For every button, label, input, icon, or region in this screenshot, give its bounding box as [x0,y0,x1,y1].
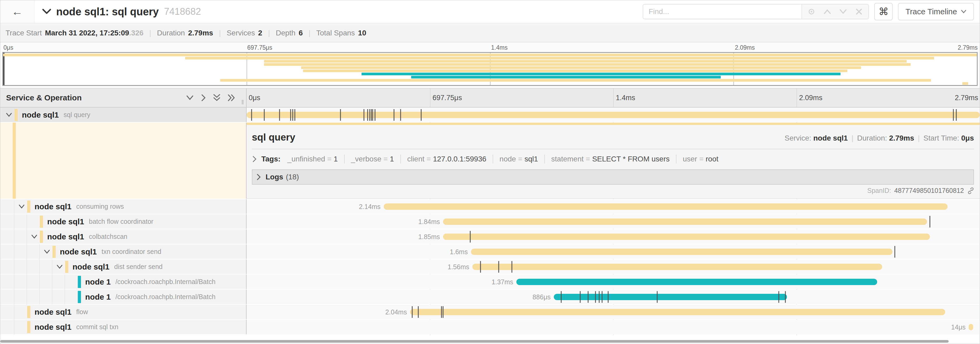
span-row[interactable]: node sql1commit sql txn14μs [0,320,980,334]
span-row[interactable]: node 1/cockroach.roachpb.Internal/Batch1… [0,275,980,289]
span-name-cell[interactable]: node sql1dist sender send [0,259,247,274]
horizontal-scrollbar[interactable] [0,340,949,343]
span-bar-cell[interactable]: 1.37ms [247,275,980,289]
next-result-icon[interactable] [836,6,850,18]
span-name-cell[interactable]: node 1/cockroach.roachpb.Internal/Batch [0,275,247,289]
collapse-one-icon[interactable] [186,95,194,101]
span-bar-cell[interactable] [247,107,980,122]
span-row[interactable]: node sql1flow2.04ms [0,305,980,319]
tag-equals: = [518,155,522,163]
column-resize-handle[interactable]: ‖ [241,99,245,106]
trace-id: 7418682 [164,6,201,17]
operation-name: colbatchscan [89,233,127,240]
expander-chevron-icon[interactable] [43,250,51,254]
chevron-right-icon [257,174,261,181]
expander-chevron-icon[interactable] [18,204,25,209]
clear-find-icon[interactable] [852,6,866,18]
span-duration-bar[interactable] [554,294,787,300]
span-duration-bar[interactable] [516,279,877,285]
operation-name: sql query [64,111,90,118]
expander-chevron-icon[interactable] [56,264,64,269]
minimap-time-label: 697.75μs [246,44,272,51]
tag-value: SELECT * FROM users [592,155,670,163]
command-icon: ⌘ [878,6,888,18]
timeline-ruler: 0μs697.75μs1.4ms2.09ms2.79ms [247,88,980,107]
span-name-cell[interactable]: node sql1batch flow coordinator [0,214,247,229]
service-name: node 1 [85,293,111,301]
span-duration-bar[interactable] [473,264,882,270]
log-tick-mark [953,109,954,121]
tag-key: statement [551,155,584,163]
span-duration-bar[interactable] [443,234,930,240]
log-tick-mark [785,291,786,303]
span-row[interactable]: node sql1batch flow coordinator1.84ms [0,214,980,229]
span-bar-cell[interactable]: 2.04ms [247,305,980,319]
minimap-span-bar [220,79,931,82]
span-duration-bar[interactable] [969,324,973,330]
span-bar-cell[interactable]: 886μs [247,290,980,304]
prev-result-icon[interactable] [821,6,834,18]
span-row[interactable]: node sql1consuming rows2.14ms [0,199,980,214]
minimap-span-bar [3,54,977,56]
tag-item: statement=SELECT * FROM users [551,155,670,163]
expand-all-icon[interactable] [228,94,235,102]
span-row[interactable]: node sql1colbatchscan1.85ms [0,229,980,244]
minimap-left-scrubber[interactable] [3,53,5,85]
span-bar-cell[interactable]: 1.85ms [247,229,980,244]
span-name-cell[interactable]: node sql1txn coordinator send [0,245,247,259]
tag-separator [544,155,545,163]
service-color-chip [14,109,18,121]
span-bar-cell[interactable]: 1.84ms [247,214,980,229]
indent-guide [65,290,65,305]
summary-label: Trace Start [6,29,42,37]
span-row[interactable]: node sql1dist sender send1.56ms [0,259,980,274]
span-duration-bar[interactable] [410,309,945,315]
span-duration-bar[interactable] [443,219,927,225]
span-duration-bar[interactable] [471,249,893,255]
span-row[interactable]: node sql1txn coordinator send1.6ms [0,245,980,259]
span-row[interactable]: node sql1sql query [0,107,980,122]
timeline-minimap[interactable] [2,52,978,86]
title-chevron-down-icon[interactable] [42,8,51,15]
minimap-time-label: 2.79ms [958,44,978,51]
span-bar-cell[interactable]: 14μs [247,320,980,334]
span-name-cell[interactable]: node sql1sql query [0,107,247,122]
deep-link-icon[interactable] [967,187,974,194]
span-name-cell[interactable]: node 1/cockroach.roachpb.Internal/Batch [0,290,247,304]
expander-chevron-icon[interactable] [5,112,13,117]
tags-toggle[interactable]: Tags: _unfinished=1_verbose=1client=127.… [247,149,980,163]
span-name-cell[interactable]: node sql1flow [0,305,247,319]
tag-value: 1 [334,155,338,163]
span-bar-cell[interactable]: 2.14ms [247,199,980,214]
expand-one-icon[interactable] [201,94,206,102]
span-name-cell[interactable]: node sql1colbatchscan [0,229,247,244]
expander-chevron-icon[interactable] [30,234,38,239]
service-name: node sql1 [22,110,59,119]
span-bar-cell[interactable]: 1.56ms [247,259,980,274]
log-tick-mark [778,291,779,303]
log-tick-mark [441,306,442,318]
span-duration-label: 1.37ms [492,278,513,286]
log-tick-mark [894,246,895,258]
tag-value: sql1 [525,155,538,163]
trace-timeline-dropdown[interactable]: Trace Timeline [898,3,974,20]
back-button[interactable]: ← [0,0,35,23]
chevron-down-icon [961,10,967,14]
span-name-cell[interactable]: node sql1commit sql txn [0,320,247,334]
collapse-all-icon[interactable] [213,94,221,102]
span-bar-cell[interactable]: 1.6ms [247,245,980,259]
log-tick-mark [372,109,373,121]
minimap-span-bar [264,63,910,66]
locate-icon[interactable] [805,6,818,18]
span-duration-bar[interactable] [384,203,948,210]
span-duration-bar[interactable] [247,112,980,118]
indent-guide [27,214,27,229]
span-row[interactable]: node 1/cockroach.roachpb.Internal/Batch8… [0,290,980,304]
span-name-cell[interactable]: node sql1consuming rows [0,199,247,214]
logs-toggle[interactable]: Logs (18) [252,170,974,185]
log-tick-mark [588,291,589,303]
log-tick-mark [412,306,413,318]
keyboard-shortcuts-button[interactable]: ⌘ [874,3,893,20]
logs-count: (18) [286,173,299,181]
find-input[interactable] [643,5,802,19]
